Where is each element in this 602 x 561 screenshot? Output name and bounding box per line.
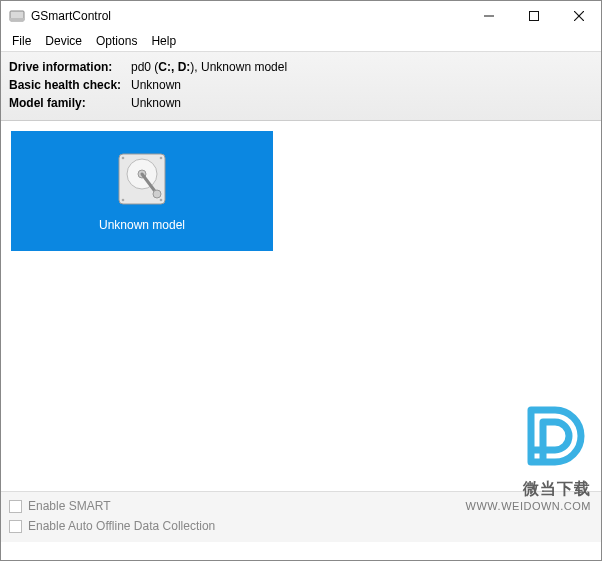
enable-smart-label: Enable SMART — [28, 499, 110, 513]
close-button[interactable] — [556, 1, 601, 31]
drive-tile[interactable]: Unknown model — [11, 131, 273, 251]
health-label: Basic health check: — [9, 76, 131, 94]
svg-point-13 — [160, 199, 163, 202]
app-icon — [9, 8, 25, 24]
model-family-value: Unknown — [131, 94, 181, 112]
menu-file[interactable]: File — [5, 33, 38, 49]
info-row-health: Basic health check: Unknown — [9, 76, 593, 94]
svg-point-9 — [153, 190, 161, 198]
health-value: Unknown — [131, 76, 181, 94]
info-row-drive: Drive information: pd0 (C:, D:), Unknown… — [9, 58, 593, 76]
svg-point-10 — [122, 157, 125, 160]
drive-tile-label: Unknown model — [99, 218, 185, 232]
drive-info-letters: C:, D: — [158, 60, 190, 74]
hdd-icon — [113, 150, 171, 208]
drive-info-value: pd0 (C:, D:), Unknown model — [131, 58, 287, 76]
maximize-button[interactable] — [511, 1, 556, 31]
drive-info-panel: Drive information: pd0 (C:, D:), Unknown… — [1, 51, 601, 121]
model-family-label: Model family: — [9, 94, 131, 112]
menu-help[interactable]: Help — [144, 33, 183, 49]
menubar: File Device Options Help — [1, 31, 601, 51]
enable-auto-checkbox[interactable] — [9, 520, 22, 533]
minimize-button[interactable] — [466, 1, 511, 31]
titlebar: GSmartControl — [1, 1, 601, 31]
enable-auto-row: Enable Auto Offline Data Collection — [9, 516, 593, 536]
window-title: GSmartControl — [31, 9, 111, 23]
menu-options[interactable]: Options — [89, 33, 144, 49]
enable-auto-label: Enable Auto Offline Data Collection — [28, 519, 215, 533]
svg-rect-3 — [529, 12, 538, 21]
svg-rect-1 — [10, 18, 24, 21]
info-row-model-family: Model family: Unknown — [9, 94, 593, 112]
svg-point-12 — [122, 199, 125, 202]
bottom-panel: Enable SMART Enable Auto Offline Data Co… — [1, 491, 601, 542]
drive-info-suffix: ), Unknown model — [190, 60, 287, 74]
svg-point-11 — [160, 157, 163, 160]
enable-smart-row: Enable SMART — [9, 496, 593, 516]
window-controls — [466, 1, 601, 31]
drive-list: Unknown model — [1, 121, 601, 491]
enable-smart-checkbox[interactable] — [9, 500, 22, 513]
drive-info-prefix: pd0 ( — [131, 60, 158, 74]
menu-device[interactable]: Device — [38, 33, 89, 49]
drive-info-label: Drive information: — [9, 58, 131, 76]
